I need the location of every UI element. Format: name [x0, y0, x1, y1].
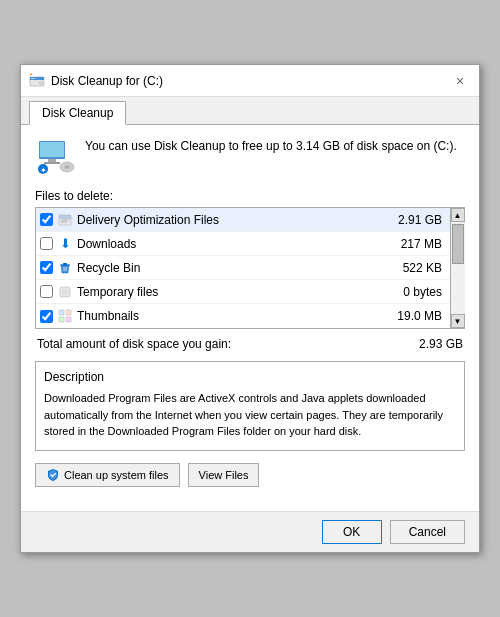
- thumbnails-checkbox[interactable]: [40, 310, 53, 323]
- disk-cleanup-icon: ✦: [29, 73, 45, 89]
- delivery-icon: [57, 212, 73, 228]
- table-row: Recycle Bin 522 KB: [36, 256, 450, 280]
- disk-cleanup-window: ✦ Disk Cleanup for (C:) × Disk Cleanup: [20, 64, 480, 553]
- info-text: You can use Disk Cleanup to free up to 3…: [85, 137, 457, 155]
- downloads-size: 217 MB: [401, 237, 442, 251]
- total-value: 2.93 GB: [419, 337, 463, 351]
- svg-rect-28: [59, 317, 64, 322]
- close-button[interactable]: ×: [449, 70, 471, 92]
- table-row: ⬇ Downloads 217 MB: [36, 232, 450, 256]
- total-label: Total amount of disk space you gain:: [37, 337, 231, 351]
- footer: OK Cancel: [21, 511, 479, 552]
- svg-rect-7: [48, 159, 56, 162]
- drive-icon: ✦: [35, 137, 75, 177]
- files-label: Files to delete:: [35, 189, 465, 203]
- svg-point-11: [66, 166, 68, 167]
- title-bar: ✦ Disk Cleanup for (C:) ×: [21, 65, 479, 97]
- scroll-thumb[interactable]: [452, 224, 464, 264]
- recycle-size: 522 KB: [403, 261, 442, 275]
- recycle-icon: [57, 260, 73, 276]
- downloads-icon: ⬇: [57, 236, 73, 252]
- view-files-button[interactable]: View Files: [188, 463, 260, 487]
- thumbnails-name: Thumbnails: [77, 309, 393, 323]
- description-title: Description: [44, 368, 456, 386]
- downloads-checkbox[interactable]: [40, 237, 53, 250]
- clean-system-label: Clean up system files: [64, 469, 169, 481]
- table-row: Thumbnails 19.0 MB: [36, 304, 450, 328]
- svg-rect-15: [59, 215, 71, 219]
- info-row: ✦ You can use Disk Cleanup to free up to…: [35, 137, 465, 177]
- view-files-label: View Files: [199, 469, 249, 481]
- window-title: Disk Cleanup for (C:): [51, 74, 163, 88]
- file-list: Delivery Optimization Files 2.91 GB ⬇ Do…: [36, 208, 450, 328]
- table-row: Temporary files 0 bytes: [36, 280, 450, 304]
- disk-cleanup-tab[interactable]: Disk Cleanup: [29, 101, 126, 125]
- svg-rect-6: [40, 142, 64, 157]
- temp-name: Temporary files: [77, 285, 399, 299]
- downloads-name: Downloads: [77, 237, 397, 251]
- file-list-scrollbar[interactable]: ▲ ▼: [450, 208, 464, 328]
- total-row: Total amount of disk space you gain: 2.9…: [35, 337, 465, 351]
- tab-bar: Disk Cleanup: [21, 97, 479, 125]
- title-bar-left: ✦ Disk Cleanup for (C:): [29, 73, 163, 89]
- svg-text:✦: ✦: [29, 73, 33, 77]
- scroll-track: [451, 222, 465, 314]
- svg-rect-8: [44, 162, 60, 164]
- table-row: Delivery Optimization Files 2.91 GB: [36, 208, 450, 232]
- svg-text:✦: ✦: [40, 166, 47, 175]
- action-row: Clean up system files View Files: [35, 463, 465, 487]
- temp-size: 0 bytes: [403, 285, 442, 299]
- delivery-checkbox[interactable]: [40, 213, 53, 226]
- main-content: ✦ You can use Disk Cleanup to free up to…: [21, 125, 479, 511]
- recycle-name: Recycle Bin: [77, 261, 399, 275]
- temp-checkbox[interactable]: [40, 285, 53, 298]
- cancel-button[interactable]: Cancel: [390, 520, 465, 544]
- scroll-down-arrow[interactable]: ▼: [451, 314, 465, 328]
- svg-rect-27: [66, 310, 71, 315]
- delivery-name: Delivery Optimization Files: [77, 213, 394, 227]
- svg-rect-19: [63, 263, 67, 265]
- svg-rect-26: [59, 310, 64, 315]
- shield-icon: [46, 468, 60, 482]
- ok-button[interactable]: OK: [322, 520, 382, 544]
- description-box: Description Downloaded Program Files are…: [35, 361, 465, 451]
- scroll-up-arrow[interactable]: ▲: [451, 208, 465, 222]
- delivery-size: 2.91 GB: [398, 213, 442, 227]
- thumbnails-size: 19.0 MB: [397, 309, 442, 323]
- thumbnails-icon: [57, 308, 73, 324]
- svg-rect-29: [66, 317, 71, 322]
- clean-system-button[interactable]: Clean up system files: [35, 463, 180, 487]
- temp-icon: [57, 284, 73, 300]
- recycle-checkbox[interactable]: [40, 261, 53, 274]
- description-text: Downloaded Program Files are ActiveX con…: [44, 390, 456, 440]
- file-list-container: Delivery Optimization Files 2.91 GB ⬇ Do…: [35, 207, 465, 329]
- svg-rect-2: [31, 78, 35, 79]
